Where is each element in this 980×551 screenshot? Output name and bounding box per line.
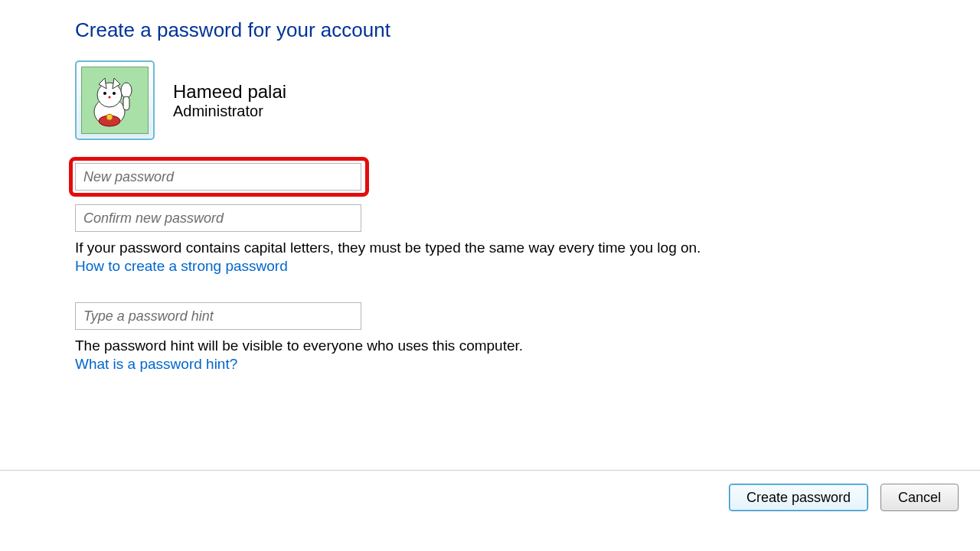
create-password-button[interactable]: Create password [729, 484, 868, 511]
svg-point-6 [109, 96, 111, 99]
user-name: Hameed palai [173, 81, 286, 103]
password-hint-input[interactable] [75, 302, 361, 330]
svg-rect-8 [123, 96, 129, 110]
footer-divider [0, 470, 980, 471]
hint-note: The password hint will be visible to eve… [75, 337, 902, 354]
footer-buttons: Create password Cancel [729, 484, 959, 511]
user-role: Administrator [173, 103, 286, 120]
strong-password-link[interactable]: How to create a strong password [75, 258, 902, 275]
new-password-input[interactable] [75, 163, 361, 191]
user-summary: Hameed palai Administrator [75, 60, 902, 140]
svg-point-5 [113, 92, 116, 95]
confirm-password-input[interactable] [75, 204, 361, 232]
caps-note: If your password contains capital letter… [75, 240, 902, 256]
cancel-button[interactable]: Cancel [880, 484, 959, 511]
page-title: Create a password for your account [75, 18, 902, 42]
svg-point-4 [103, 92, 106, 95]
highlight-annotation [69, 157, 369, 197]
avatar [81, 67, 149, 134]
cat-avatar-icon [87, 73, 142, 129]
password-hint-link[interactable]: What is a password hint? [75, 356, 902, 373]
svg-point-7 [121, 83, 132, 98]
avatar-frame [75, 60, 155, 140]
svg-point-1 [97, 83, 122, 107]
svg-point-10 [106, 114, 113, 120]
